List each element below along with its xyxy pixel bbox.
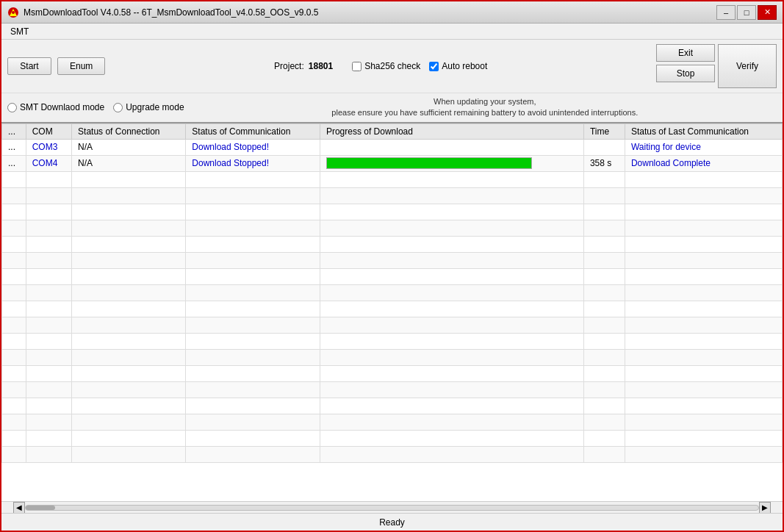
upgrade-mode-label[interactable]: Upgrade mode [113,102,184,112]
svg-point-2 [12,11,15,14]
cell-progress [320,155,583,171]
table-row-empty [2,236,783,252]
cell-time: 358 s [583,155,625,171]
col-progress: Progress of Download [320,123,583,139]
table-row-empty [2,381,783,398]
smt-mode-radio[interactable] [7,103,17,112]
table-row-empty [2,220,783,236]
auto-reboot-label: Auto reboot [442,61,487,71]
cell-dot: ... [2,155,26,171]
table-body: ...COM3N/ADownload Stopped!Waiting for d… [2,139,783,462]
toolbar-left: Start Enum [7,44,105,88]
checkbox-group: Sha256 check Auto reboot [352,61,487,71]
minimize-button[interactable]: – [716,5,736,20]
upgrade-mode-text: Upgrade mode [126,102,184,112]
toolbar-top: Start Enum Project: 18801 Sha256 check [1,40,783,93]
toolbar-right: Exit Stop Verify [656,44,777,88]
window-title: MsmDownloadTool V4.0.58 -- 6T_MsmDownloa… [24,7,716,18]
cell-time [583,139,625,155]
cell-communication: Download Stopped! [186,155,320,171]
col-time: Time [583,123,625,139]
main-table: ... COM Status of Connection Status of C… [1,123,783,463]
smt-mode-text: SMT Downlaod mode [20,102,104,112]
exit-stop-group: Exit Stop [656,44,715,88]
col-communication: Status of Communication [186,123,320,139]
auto-reboot-checkbox-label[interactable]: Auto reboot [429,61,487,71]
table-row-empty [2,284,783,301]
col-com: COM [26,123,71,139]
col-connection: Status of Connection [72,123,186,139]
menu-bar: SMT [1,24,783,40]
exit-button[interactable]: Exit [656,44,715,62]
table-header: ... COM Status of Connection Status of C… [2,123,783,139]
start-button[interactable]: Start [7,57,51,75]
enum-button[interactable]: Enum [57,57,105,75]
cell-com: COM4 [26,155,71,171]
table-row-empty [2,252,783,268]
table-row-empty [2,430,783,446]
col-dot: ... [2,123,26,139]
center-section: Project: 18801 Sha256 check Auto reboot [111,44,650,88]
table-row-empty [2,414,783,430]
table-row-empty [2,301,783,317]
menu-item-smt[interactable]: SMT [4,25,35,38]
scroll-left-arrow[interactable]: ◀ [13,502,25,514]
progress-bar-fill [327,158,531,168]
col-last-comm: Status of Last Communication [625,123,782,139]
sha256-checkbox[interactable] [352,62,362,71]
table-row-empty [2,349,783,365]
close-button[interactable]: ✕ [758,5,777,20]
status-text: Ready [379,517,405,528]
app-icon [7,7,19,18]
table-row-empty [2,268,783,284]
table-row-empty [2,333,783,349]
cell-progress [320,139,583,155]
cell-dot: ... [2,139,26,155]
table-row-empty [2,446,783,462]
status-bar: Ready [1,513,783,531]
table-row-empty [2,204,783,220]
window-controls: – □ ✕ [716,5,777,20]
progress-bar-wrapper [326,157,532,169]
maximize-button[interactable]: □ [737,5,756,20]
table-row-empty [2,187,783,204]
cell-communication: Download Stopped! [186,139,320,155]
cell-last-comm: Waiting for device [625,139,782,155]
stop-button[interactable]: Stop [656,65,715,82]
upgrade-mode-radio[interactable] [113,103,123,112]
table-row-empty [2,365,783,381]
project-label: Project: [274,61,304,71]
table-container[interactable]: ... COM Status of Connection Status of C… [1,123,783,501]
table-row-empty [2,317,783,333]
scrollbar-area: ◀ ▶ [1,501,783,513]
verify-button[interactable]: Verify [718,44,777,88]
cell-connection: N/A [72,139,186,155]
cell-last-comm: Download Complete [625,155,782,171]
info-line1: When updating your system, [434,97,536,106]
table-row: ...COM4N/ADownload Stopped!358 sDownload… [2,155,783,171]
table-row-empty [2,171,783,187]
scrollbar-track[interactable] [25,505,759,511]
project-value: 18801 [309,61,333,71]
smt-mode-label[interactable]: SMT Downlaod mode [7,102,104,112]
auto-reboot-checkbox[interactable] [429,62,439,71]
scrollbar-thumb[interactable] [26,506,55,510]
title-bar: MsmDownloadTool V4.0.58 -- 6T_MsmDownloa… [1,1,783,24]
info-line2: please ensure you have sufficient remain… [331,108,638,117]
cell-com: COM3 [26,139,71,155]
sha256-checkbox-label[interactable]: Sha256 check [352,61,420,71]
toolbar-bottom: SMT Downlaod mode Upgrade mode When upda… [1,93,783,122]
scroll-right-arrow[interactable]: ▶ [759,502,771,514]
cell-connection: N/A [72,155,186,171]
main-window: MsmDownloadTool V4.0.58 -- 6T_MsmDownloa… [0,0,784,532]
sha256-label: Sha256 check [364,61,420,71]
table-row: ...COM3N/ADownload Stopped!Waiting for d… [2,139,783,155]
info-text: When updating your system, please ensure… [193,96,777,119]
table-row-empty [2,398,783,414]
toolbar: Start Enum Project: 18801 Sha256 check [1,40,783,123]
project-row: Project: 18801 Sha256 check Auto reboot [274,61,487,71]
